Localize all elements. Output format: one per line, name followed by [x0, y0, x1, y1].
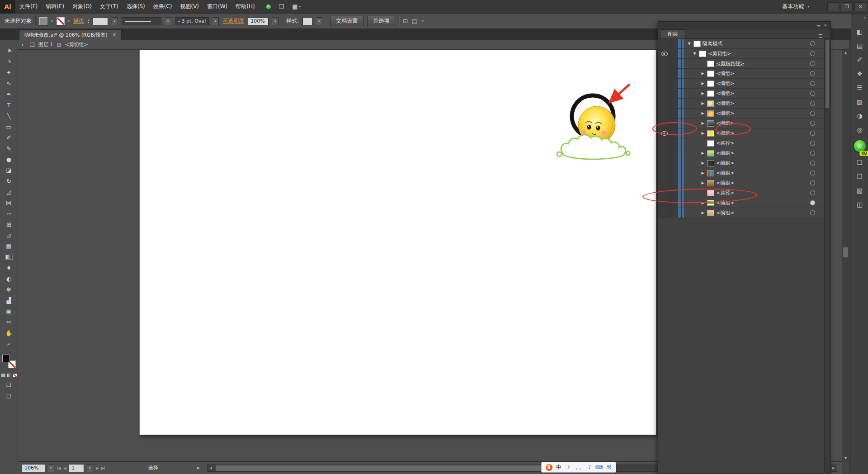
blend-tool[interactable]: ◐ — [3, 273, 15, 284]
pen-tool[interactable]: ✒ — [3, 89, 15, 100]
visibility-toggle[interactable] — [658, 138, 670, 148]
layer-thumbnail[interactable] — [707, 160, 714, 166]
visibility-toggle[interactable] — [658, 39, 670, 48]
lock-toggle[interactable] — [670, 148, 678, 158]
visibility-toggle[interactable] — [658, 178, 670, 188]
layer-label[interactable]: <编组> — [716, 150, 734, 156]
layer-row[interactable]: <路径> — [658, 138, 824, 148]
visibility-toggle[interactable] — [658, 99, 670, 108]
close-panel-icon[interactable]: ✕ — [824, 24, 827, 28]
appearance-panel-icon[interactable]: ◎ — [857, 126, 862, 133]
layer-thumbnail[interactable] — [707, 110, 714, 117]
lock-toggle[interactable] — [670, 178, 678, 188]
pathfinder-panel-icon[interactable]: ◫ — [857, 201, 863, 208]
opacity-dropdown[interactable]: ▾ — [272, 17, 278, 25]
visibility-toggle[interactable] — [658, 79, 670, 88]
menu-select[interactable]: 选择(S) — [123, 0, 149, 14]
panel-menu-icon[interactable]: ☰ — [818, 33, 830, 38]
layer-label[interactable]: <编组> — [716, 70, 734, 77]
rectangle-tool[interactable]: ▭ — [3, 121, 15, 132]
lock-toggle[interactable] — [670, 59, 678, 68]
lock-toggle[interactable] — [670, 69, 678, 78]
layer-thumbnail[interactable] — [699, 51, 706, 57]
fill-stroke-widget[interactable] — [2, 355, 16, 368]
zoom-tool[interactable]: ⌕ — [3, 338, 15, 349]
lock-toggle[interactable] — [670, 89, 678, 98]
lock-toggle[interactable] — [670, 99, 678, 108]
layer-label[interactable]: <编组> — [716, 199, 734, 206]
lock-toggle[interactable] — [670, 198, 678, 208]
layer-row[interactable]: ▶ <编组> — [658, 148, 824, 158]
target-circle[interactable] — [810, 91, 815, 96]
transparency-panel-icon[interactable]: ◑ — [857, 112, 862, 119]
minimize-button[interactable]: – — [827, 2, 839, 11]
layer-label[interactable]: <编组> — [716, 170, 734, 176]
layer-row[interactable]: ▼ 隔离模式 — [658, 39, 824, 49]
expand-arrow[interactable]: ▶ — [700, 151, 705, 155]
layer-row[interactable]: ▶ <编组> — [658, 118, 824, 128]
target-circle[interactable] — [810, 141, 815, 146]
scroll-right-icon[interactable]: ▶ — [830, 465, 837, 471]
layer-label[interactable]: <编组> — [716, 90, 734, 97]
expand-arrow[interactable]: ▶ — [700, 161, 705, 165]
target-circle[interactable] — [810, 161, 815, 166]
scale-tool[interactable]: ◿ — [3, 186, 15, 197]
target-circle[interactable] — [810, 180, 815, 185]
target-circle[interactable] — [810, 81, 815, 86]
paintbrush-tool[interactable]: ✐ — [3, 132, 15, 143]
visibility-toggle[interactable] — [658, 148, 670, 158]
target-circle[interactable] — [810, 61, 815, 66]
expand-arrow[interactable]: ▶ — [700, 71, 705, 76]
layer-thumbnail[interactable] — [693, 41, 701, 47]
expand-arrow[interactable]: ▶ — [700, 111, 705, 115]
slice-tool[interactable]: ✂ — [3, 317, 15, 327]
zoom-dropdown[interactable]: ▾ — [48, 464, 54, 472]
symbols-panel-icon[interactable]: ❖ — [857, 70, 863, 77]
scroll-up-icon[interactable]: ▲ — [842, 50, 849, 56]
target-circle[interactable] — [810, 71, 815, 76]
target-circle[interactable] — [810, 151, 815, 156]
punctuation-icon[interactable]: ，。 — [574, 465, 585, 470]
layer-label[interactable]: <编组> — [716, 110, 734, 117]
graphic-styles-panel-icon[interactable]: ❏ — [857, 159, 863, 166]
zoom-field[interactable]: 106% — [22, 464, 45, 472]
screen-mode-icon[interactable]: ▢ — [6, 393, 11, 399]
restore-button[interactable]: ❐ — [841, 2, 853, 11]
breadcrumb-group[interactable]: <剪切组> — [65, 41, 88, 48]
layer-label[interactable]: <编组> — [716, 209, 734, 216]
next-artboard-button[interactable]: ▶ — [96, 466, 99, 470]
close-button[interactable]: ✕ — [854, 2, 866, 11]
layer-thumbnail[interactable] — [707, 180, 714, 186]
artboard-tool[interactable]: ▣ — [3, 306, 15, 317]
document-setup-button[interactable]: 文档设置 — [330, 16, 363, 26]
brush-preview[interactable] — [122, 17, 161, 25]
voice-input-icon[interactable]: ♪ — [588, 465, 592, 470]
lock-toggle[interactable] — [670, 109, 678, 118]
menu-type[interactable]: 文字(T) — [96, 0, 123, 14]
lock-toggle[interactable] — [670, 49, 678, 58]
line-segment-tool[interactable]: ╲ — [3, 110, 15, 121]
layer-row[interactable]: ▶ <编组> — [658, 79, 824, 89]
menu-file[interactable]: 文件(F) — [15, 0, 42, 14]
target-circle[interactable] — [810, 101, 815, 106]
menu-object[interactable]: 对象(O) — [68, 0, 96, 14]
layer-row[interactable]: ▶ <编组> — [658, 208, 824, 218]
target-circle[interactable] — [810, 131, 815, 136]
brush-dropdown[interactable]: ▾ — [165, 17, 171, 25]
eyedropper-tool[interactable]: ♦ — [3, 262, 15, 273]
layer-row[interactable]: <路径> — [658, 188, 824, 198]
magic-wand-tool[interactable]: ✦ — [3, 67, 15, 78]
layer-thumbnail[interactable] — [707, 200, 714, 206]
visibility-toggle[interactable] — [658, 118, 670, 128]
target-circle[interactable] — [810, 121, 815, 126]
tab-layers[interactable]: 图层 — [660, 29, 685, 38]
lock-toggle[interactable] — [670, 188, 678, 198]
column-graph-tool[interactable]: ▟ — [3, 295, 15, 306]
symbol-sprayer-tool[interactable]: ❋ — [3, 284, 15, 295]
expand-arrow[interactable]: ▶ — [700, 91, 705, 95]
messenger-overlay-icon[interactable]: ✆ 48 — [854, 140, 866, 152]
fill-caret-icon[interactable]: ▾ — [51, 19, 53, 23]
color-panel-icon[interactable]: ◧ — [857, 28, 863, 35]
layer-row[interactable]: ▶ <编组> — [658, 178, 824, 188]
expand-arrow[interactable]: ▶ — [700, 81, 705, 85]
